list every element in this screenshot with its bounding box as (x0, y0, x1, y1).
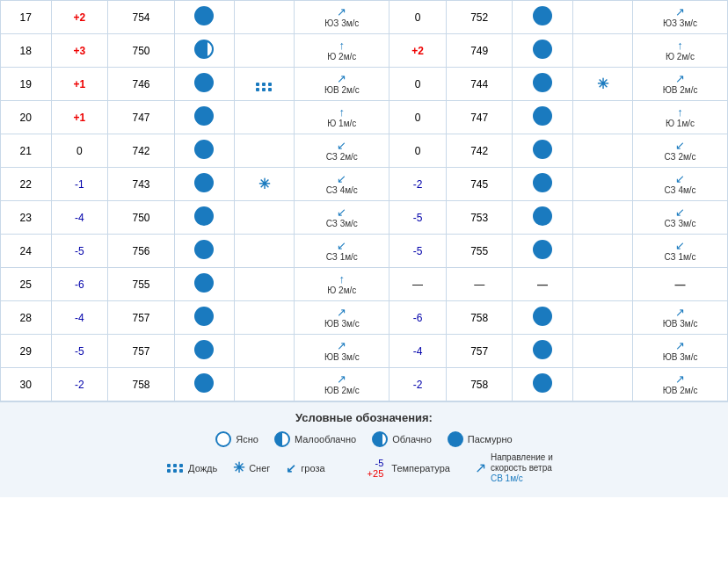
wind-cell-1: ↗ ЮВ 2м/с (295, 368, 389, 401)
table-row: 25 -6 755 ↑ Ю 2м/с — — — — (1, 268, 728, 301)
clear-label: Ясно (236, 434, 258, 445)
wind-arrow-icon: ↙ (337, 139, 346, 152)
wind-cell-2: ↗ ЮВ 3м/с (633, 301, 728, 335)
legend-few-clouds: Малооблачно (274, 431, 356, 447)
precip2-cell (572, 235, 632, 268)
wind-arrow-icon: ↗ (675, 5, 685, 18)
wind-cell-2: ↗ ЮВ 2м/с (633, 368, 728, 401)
precip-cell: ✳ (235, 168, 295, 201)
wind-arrow-icon: ↙ (337, 206, 346, 219)
wind-speed: ЮВ 2м/с (663, 386, 698, 395)
sky-cell (174, 368, 234, 401)
wind-arrow-icon: ↑ (339, 272, 346, 286)
precip2-cell (572, 101, 632, 134)
wind-speed: СЗ 3м/с (326, 219, 358, 228)
sky2-cell (513, 101, 572, 134)
legend-snow: ✳ Снег (233, 459, 270, 476)
pressure2-cell: 757 (446, 335, 513, 368)
sky-cell (174, 201, 234, 235)
precip-cell (235, 34, 295, 68)
temp-cell: -2 (51, 368, 108, 401)
sky-icon (194, 173, 214, 192)
pressure2-cell: 745 (446, 168, 513, 201)
temp2-cell: -4 (389, 335, 447, 368)
pressure-cell: 758 (108, 368, 175, 401)
wind-legend-label: Направление и скорость ветра (491, 452, 561, 473)
thunder-icon: ↙ (286, 461, 296, 475)
wind-cell: ↗ ЮВ 3м/с (635, 306, 725, 330)
temp-legend-label: Температура (391, 463, 450, 473)
precip2-cell (572, 335, 632, 368)
temp2-cell: — (389, 268, 447, 301)
pressure-cell: 756 (108, 235, 175, 268)
thunder-label: гроза (301, 463, 324, 473)
temp-cell: -4 (51, 201, 108, 235)
table-row: 19 +1 746 ↗ ЮВ 2м/с 0 744 ✳ ↗ ЮВ 2м/с (1, 68, 728, 101)
precip-cell (235, 368, 295, 401)
wind-cell-1: ↗ ЮВ 3м/с (295, 335, 389, 368)
wind-arrow-icon: ↑ (677, 39, 683, 52)
wind-speed: СЗ 1м/с (664, 252, 695, 262)
wind-speed: СЗ 2м/с (664, 152, 695, 162)
wind-speed: Ю 2м/с (327, 286, 356, 295)
temp2-cell: -2 (389, 168, 447, 201)
wind-speed: ЮВ 3м/с (324, 352, 360, 362)
precip2-cell: ✳ (572, 68, 632, 101)
wind-cell-2: ↙ СЗ 4м/с (633, 168, 728, 201)
sky-icon (533, 206, 552, 226)
sky-icon (533, 340, 552, 359)
pressure-cell: 755 (108, 268, 175, 301)
pressure2-cell: 749 (446, 34, 513, 68)
precip-cell (235, 134, 295, 168)
wind-cell: ↗ ЮВ 2м/с (296, 72, 387, 97)
legend-overcast: Пасмурно (448, 431, 513, 447)
temp-cell: +3 (51, 34, 108, 68)
wind-cell-1: ↙ СЗ 1м/с (295, 235, 389, 268)
sky-icon (533, 240, 552, 259)
pressure-cell: 757 (108, 301, 175, 335)
wind-arrow-icon: ↗ (337, 72, 346, 85)
precip2-cell (572, 34, 632, 68)
sky-icon (533, 307, 552, 326)
sky2-cell (513, 168, 572, 201)
temp-cell: 0 (51, 134, 108, 168)
pressure-cell: 754 (108, 1, 175, 34)
pressure-cell: 750 (108, 34, 175, 68)
precip2-cell (572, 368, 632, 401)
precip-cell (235, 101, 295, 134)
temp-cell: +2 (51, 1, 108, 34)
sky-icon (533, 6, 552, 25)
sky2-cell (513, 1, 572, 34)
wind-cell: ↗ ЮВ 3м/с (635, 339, 725, 364)
temp-cell: -5 (51, 335, 108, 368)
legend-rain: Дождь (167, 463, 217, 473)
pressure-cell: 742 (108, 134, 175, 168)
wind-speed: Ю 1м/с (666, 119, 695, 128)
wind-cell-1: ↙ СЗ 4м/с (295, 168, 389, 201)
day-cell: 28 (1, 301, 52, 335)
sky-cell (174, 1, 234, 34)
wind-arrow-icon: ↗ (675, 372, 685, 386)
day-cell: 19 (1, 68, 52, 101)
wind-cell: — (675, 278, 686, 291)
sky-cell (174, 168, 234, 201)
wind-speed: ЮЗ 3м/с (663, 18, 697, 28)
rain-icon (256, 83, 273, 91)
sky2-cell (513, 235, 572, 268)
table-row: 21 0 742 ↙ СЗ 2м/с 0 742 ↙ СЗ 2м/с (1, 134, 728, 168)
pressure2-cell: 747 (446, 101, 513, 134)
sky-icon (194, 106, 214, 126)
temp2-cell: 0 (389, 134, 447, 168)
legend-section: Условные обозначения: Ясно Малооблачно О… (0, 401, 728, 497)
sky-icon (533, 373, 552, 393)
wind-arrow-icon: ↗ (675, 72, 685, 85)
wind-speed: Ю 1м/с (327, 119, 356, 128)
table-row: 28 -4 757 ↗ ЮВ 3м/с -6 758 ↗ ЮВ 3м/с (1, 301, 728, 335)
pressure2-cell: 752 (446, 1, 513, 34)
pressure-cell: 750 (108, 201, 175, 235)
sky-icon (194, 307, 214, 326)
sky-cell (174, 301, 234, 335)
wind-arrow-icon: ↙ (675, 206, 685, 219)
pressure2-cell: 758 (446, 301, 513, 335)
wind-arrow-icon: ↙ (675, 172, 685, 185)
